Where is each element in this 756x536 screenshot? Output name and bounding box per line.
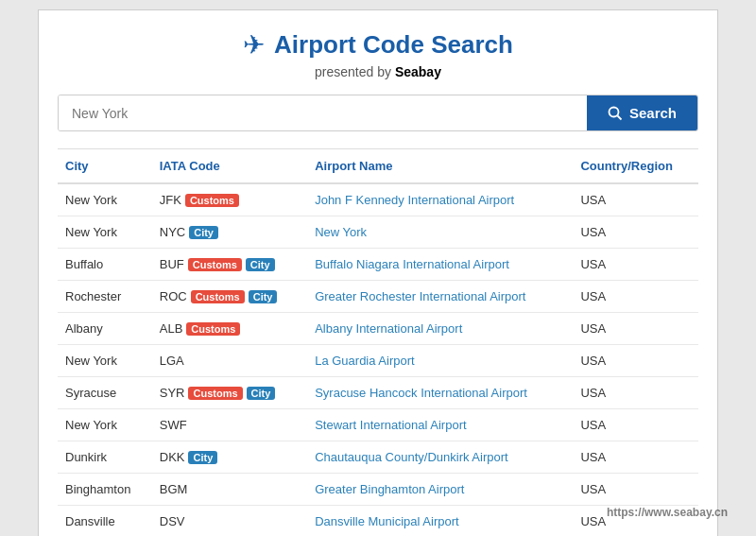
cell-country: USA <box>573 313 698 345</box>
cell-country: USA <box>573 441 698 474</box>
page-header: ✈ Airport Code Search presented by Seaba… <box>58 29 698 79</box>
cell-airport[interactable]: New York <box>307 216 573 249</box>
search-icon <box>608 106 623 121</box>
col-airport: Airport Name <box>307 149 573 184</box>
cell-airport[interactable]: Albany International Airport <box>307 313 573 345</box>
subtitle-pre: presented by <box>315 64 395 79</box>
cell-airport[interactable]: John F Kennedy International Airport <box>307 183 573 216</box>
page-title: Airport Code Search <box>274 30 513 60</box>
cell-airport[interactable]: Chautauqua County/Dunkirk Airport <box>307 441 573 474</box>
iata-code: NYC <box>160 225 185 239</box>
cell-airport[interactable]: Buffalo Niagara International Airport <box>307 249 573 281</box>
city-badge: City <box>247 387 276 400</box>
cell-city: New York <box>58 345 152 377</box>
table-row: New YorkNYCCityNew YorkUSA <box>58 216 698 249</box>
cell-country: USA <box>573 281 698 313</box>
cell-airport[interactable]: Stewart International Airport <box>307 409 573 441</box>
airport-link[interactable]: New York <box>315 225 367 239</box>
airport-link[interactable]: Albany International Airport <box>315 321 462 336</box>
table-row: New YorkJFKCustomsJohn F Kennedy Interna… <box>58 183 698 216</box>
table-row: RochesterROCCustomsCityGreater Rochester… <box>58 281 698 313</box>
iata-code: DSV <box>160 514 185 528</box>
cell-city: New York <box>58 216 152 249</box>
cell-city: Buffalo <box>58 249 152 281</box>
airport-link[interactable]: Syracuse Hancock International Airport <box>315 386 527 400</box>
col-city: City <box>58 149 152 184</box>
airport-link[interactable]: John F Kennedy International Airport <box>315 193 514 207</box>
cell-city: Binghamton <box>58 474 152 506</box>
search-button[interactable]: Search <box>587 95 697 130</box>
table-row: BuffaloBUFCustomsCityBuffalo Niagara Int… <box>58 249 698 281</box>
cell-city: Rochester <box>58 281 152 313</box>
iata-code: BGM <box>160 482 188 496</box>
cell-city: New York <box>58 409 152 441</box>
cell-iata: ALBCustoms <box>152 313 307 345</box>
cell-country: USA <box>573 409 698 441</box>
cell-iata: NYCCity <box>152 216 307 249</box>
iata-code: ROC <box>160 289 187 303</box>
cell-iata: LGA <box>152 345 307 377</box>
table-row: New YorkSWFStewart International Airport… <box>58 409 698 441</box>
table-row: New YorkLGALa Guardia AirportUSA <box>58 345 698 377</box>
table-row: AlbanyALBCustomsAlbany International Air… <box>58 313 698 345</box>
search-bar: Search <box>58 95 698 131</box>
customs-badge: Customs <box>188 258 242 271</box>
iata-code: DKK <box>160 450 185 464</box>
iata-code: SYR <box>160 386 185 400</box>
cell-city: Syracuse <box>58 377 152 409</box>
city-badge: City <box>189 226 218 239</box>
cell-country: USA <box>573 183 698 216</box>
table-row: SyracuseSYRCustomsCitySyracuse Hancock I… <box>58 377 698 409</box>
cell-airport[interactable]: Syracuse Hancock International Airport <box>307 377 573 409</box>
airport-link[interactable]: La Guardia Airport <box>315 354 415 368</box>
brand-name: Seabay <box>395 64 441 79</box>
table-header-row: City IATA Code Airport Name Country/Regi… <box>58 149 698 184</box>
customs-badge: Customs <box>185 194 239 207</box>
iata-code: BUF <box>160 257 184 271</box>
iata-code: ALB <box>160 321 183 336</box>
cell-iata: ROCCustomsCity <box>152 281 307 313</box>
airport-link[interactable]: Stewart International Airport <box>315 418 466 432</box>
search-input[interactable] <box>59 95 587 130</box>
cell-iata: DKKCity <box>152 441 307 474</box>
main-container: ✈ Airport Code Search presented by Seaba… <box>38 9 718 536</box>
airport-link[interactable]: Greater Binghamton Airport <box>315 482 464 496</box>
airport-link[interactable]: Dansville Municipal Airport <box>315 514 458 528</box>
cell-country: USA <box>573 216 698 249</box>
airport-link[interactable]: Chautauqua County/Dunkirk Airport <box>315 450 508 464</box>
cell-iata: BUFCustomsCity <box>152 249 307 281</box>
cell-airport[interactable]: Greater Rochester International Airport <box>307 281 573 313</box>
col-country: Country/Region <box>573 149 698 184</box>
svg-line-1 <box>617 115 621 119</box>
cell-airport[interactable]: La Guardia Airport <box>307 345 573 377</box>
svg-point-0 <box>609 107 618 116</box>
cell-city: Albany <box>58 313 152 345</box>
city-badge: City <box>246 258 275 271</box>
table-row: DunkirkDKKCityChautauqua County/Dunkirk … <box>58 441 698 474</box>
customs-badge: Customs <box>186 322 240 336</box>
watermark: https://www.seabay.cn <box>607 506 728 519</box>
iata-code: LGA <box>160 354 184 368</box>
cell-iata: BGM <box>152 474 307 506</box>
customs-badge: Customs <box>188 387 242 400</box>
cell-airport[interactable]: Dansville Municipal Airport <box>307 506 573 537</box>
cell-city: Dunkirk <box>58 441 152 474</box>
cell-country: USA <box>573 474 698 506</box>
iata-code: SWF <box>160 418 187 432</box>
cell-iata: SWF <box>152 409 307 441</box>
cell-iata: DSV <box>152 506 307 537</box>
cell-country: USA <box>573 345 698 377</box>
cell-city: Dansville <box>58 506 152 537</box>
city-badge: City <box>188 451 217 464</box>
airport-link[interactable]: Greater Rochester International Airport <box>315 289 525 303</box>
cell-country: USA <box>573 377 698 409</box>
airport-link[interactable]: Buffalo Niagara International Airport <box>315 257 509 271</box>
customs-badge: Customs <box>191 290 245 303</box>
subtitle: presented by Seabay <box>58 64 698 79</box>
city-badge: City <box>249 290 278 303</box>
results-table: City IATA Code Airport Name Country/Regi… <box>58 148 698 536</box>
search-button-label: Search <box>629 105 677 121</box>
cell-country: USA <box>573 249 698 281</box>
cell-airport[interactable]: Greater Binghamton Airport <box>307 474 573 506</box>
table-row: BinghamtonBGMGreater Binghamton AirportU… <box>58 474 698 506</box>
